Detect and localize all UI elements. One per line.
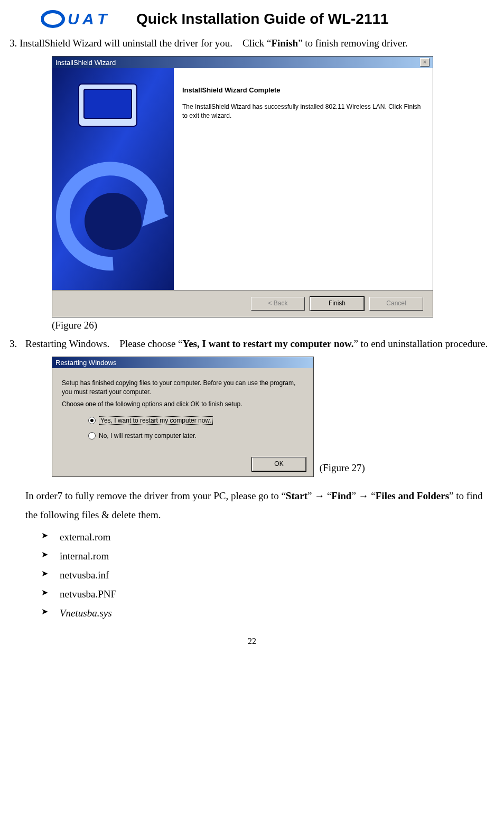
- list-item: ➤internal.rom: [41, 547, 494, 566]
- text: In order7 to fully remove the driver fro…: [25, 490, 286, 501]
- svg-point-8: [85, 193, 142, 250]
- restarting-window: Restarting Windows Setup has finished co…: [52, 357, 314, 476]
- file-name: netvusba.PNF: [60, 585, 116, 604]
- page-number: 22: [10, 637, 494, 646]
- list-item: ➤netvusba.PNF: [41, 585, 494, 604]
- svg-point-0: [42, 12, 63, 26]
- chevron-right-icon: ➤: [41, 604, 48, 623]
- file-name: external.rom: [60, 528, 111, 547]
- svg-text:U: U: [68, 10, 80, 27]
- list-number: 3.: [10, 334, 25, 353]
- figure-26-caption: (Figure 26): [52, 320, 494, 331]
- file-name: netvusba.inf: [60, 566, 109, 585]
- chevron-right-icon: ➤: [41, 585, 48, 604]
- dialog-text-1: Setup has finished copying files to your…: [62, 379, 304, 397]
- installshield-window: InstallShield Wizard ×: [52, 56, 433, 317]
- window-titlebar: Restarting Windows: [52, 357, 313, 368]
- list-item: ➤external.rom: [41, 528, 494, 547]
- uat-logo: U A T: [41, 10, 120, 29]
- file-list: ➤external.rom ➤internal.rom ➤netvusba.in…: [41, 528, 494, 623]
- text: 3. InstallShield Wizard will uninstall t…: [10, 38, 271, 49]
- text: Restarting Windows. Please choose “: [25, 338, 183, 349]
- wizard-side-graphic: [52, 68, 174, 290]
- list-body: Restarting Windows. Please choose “Yes, …: [25, 334, 494, 353]
- radio-icon[interactable]: [88, 417, 96, 424]
- wizard-heading: InstallShield Wizard Complete: [182, 86, 424, 94]
- find-bold: Find: [331, 490, 351, 501]
- page-title: Quick Installation Guide of WL-2111: [136, 11, 389, 27]
- step3-uninstall-text: 3. InstallShield Wizard will uninstall t…: [10, 34, 494, 53]
- text: ” → “: [307, 490, 331, 501]
- figure-27-caption: (Figure 27): [320, 462, 365, 474]
- text: ” to end uninstallation procedure.: [353, 338, 488, 349]
- svg-text:A: A: [82, 10, 94, 27]
- window-body: InstallShield Wizard Complete The Instal…: [52, 68, 433, 290]
- list-item: ➤Vnetusba.sys: [41, 604, 494, 623]
- radio-option-no[interactable]: No, I will restart my computer later.: [88, 432, 304, 439]
- cancel-button: Cancel: [369, 297, 423, 311]
- finish-button[interactable]: Finish: [310, 297, 364, 311]
- figure-27-wrap: Restarting Windows Setup has finished co…: [52, 357, 314, 476]
- chevron-right-icon: ➤: [41, 547, 48, 566]
- chevron-right-icon: ➤: [41, 528, 48, 547]
- start-bold: Start: [286, 490, 307, 501]
- radio-label: Yes, I want to restart my computer now.: [99, 416, 213, 425]
- list-item: ➤netvusba.inf: [41, 566, 494, 585]
- finish-bold: Finish: [271, 38, 298, 49]
- ok-button[interactable]: OK: [252, 457, 306, 471]
- restart-bold: Yes, I want to restart my computer now.: [183, 338, 354, 349]
- radio-option-yes[interactable]: Yes, I want to restart my computer now.: [88, 416, 304, 425]
- text: ” to finish removing driver.: [298, 38, 407, 49]
- chevron-right-icon: ➤: [41, 566, 48, 585]
- svg-rect-6: [84, 89, 132, 118]
- dialog-text-2: Choose one of the following options and …: [62, 400, 304, 409]
- wizard-right-panel: InstallShield Wizard Complete The Instal…: [174, 68, 433, 290]
- file-name: internal.rom: [60, 547, 109, 566]
- window-title: Restarting Windows: [55, 359, 117, 367]
- files-folders-bold: Files and Folders: [376, 490, 449, 501]
- file-name: Vnetusba.sys: [60, 604, 112, 623]
- figure-26-wrap: InstallShield Wizard ×: [52, 56, 494, 317]
- back-button: < Back: [251, 297, 305, 311]
- window-title: InstallShield Wizard: [55, 59, 116, 67]
- window-body: Setup has finished copying files to your…: [52, 368, 313, 453]
- radio-label: No, I will restart my computer later.: [99, 432, 197, 439]
- step3-restart-item: 3. Restarting Windows. Please choose “Ye…: [10, 334, 494, 353]
- window-titlebar: InstallShield Wizard ×: [52, 57, 433, 68]
- removal-instruction: In order7 to fully remove the driver fro…: [25, 487, 494, 525]
- close-icon[interactable]: ×: [420, 58, 430, 67]
- radio-icon[interactable]: [88, 432, 96, 439]
- page-header: U A T Quick Installation Guide of WL-211…: [10, 10, 494, 29]
- window-button-bar: < Back Finish Cancel: [52, 290, 433, 317]
- window-button-bar: OK: [52, 453, 313, 476]
- wizard-body-text: The InstallShield Wizard has successfull…: [182, 102, 424, 120]
- text: ” → “: [351, 490, 375, 501]
- svg-text:T: T: [97, 10, 108, 27]
